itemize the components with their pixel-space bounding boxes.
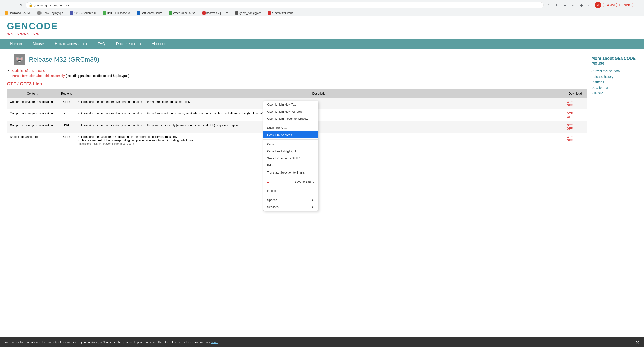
site-navigation: Human Mouse How to access data FAQ Docum… xyxy=(0,39,644,49)
assembly-link[interactable]: More information about this assembly xyxy=(12,74,65,78)
sidebar-title: More about GENCODE Mouse xyxy=(591,56,637,66)
nav-human[interactable]: Human xyxy=(4,39,28,49)
bookmark-geombar[interactable]: geom_bar. ggplot... xyxy=(234,11,265,15)
context-menu-copy-link[interactable]: Copy Link Address xyxy=(264,132,318,138)
col-header-regions: Regions xyxy=(58,90,76,98)
cell-description: • It contains the comprehensive gene ann… xyxy=(76,110,564,121)
gff-download-link[interactable]: GFF xyxy=(567,115,572,118)
nav-how-to-access[interactable]: How to access data xyxy=(50,39,92,49)
bookmark-unequal[interactable]: When Unequal Sa... xyxy=(167,11,199,15)
browser-chrome: ← → ↻ 🔒 gencodegenes.org/mouse/ ☆ ⇓ ▸ m … xyxy=(0,0,644,16)
cell-description: • It contains the comprehensive gene ann… xyxy=(76,98,564,110)
release-header: 🐭 Release M32 (GRCm39) xyxy=(7,49,587,68)
col-header-description: Description xyxy=(76,90,564,98)
update-button[interactable]: Update xyxy=(619,3,633,7)
gff-download-link[interactable]: GFF xyxy=(567,138,572,142)
gff-download-link[interactable]: GFF xyxy=(567,104,572,107)
lock-icon: 🔒 xyxy=(28,3,32,7)
sidebar-item-data-format[interactable]: Data format xyxy=(591,85,637,90)
bullet-links-list: Statistics of this release More informat… xyxy=(12,69,587,78)
bookmark-star-button[interactable]: ☆ xyxy=(545,2,552,8)
extension-puzzle-button[interactable]: ▸ xyxy=(562,2,568,8)
gtf-download-link[interactable]: GTF xyxy=(567,123,572,127)
description-bullet: • xyxy=(78,123,80,127)
gtf-download-link[interactable]: GTF xyxy=(567,135,572,138)
page-content: GENCODE ∿∿∿∿∿∿∿∿∿∿ Human Mouse How to ac… xyxy=(0,16,644,150)
nav-faq[interactable]: FAQ xyxy=(92,39,110,49)
address-bar[interactable]: 🔒 gencodegenes.org/mouse/ xyxy=(26,2,544,8)
gff-download-link[interactable]: GFF xyxy=(567,127,572,130)
cell-description: • It contains the comprehensive gene ann… xyxy=(76,121,564,133)
bookmark-favicon xyxy=(235,12,238,15)
sidebar-links: Current mouse data Release history Stati… xyxy=(591,68,637,96)
bookmark-label: 1.8 - R-squared C... xyxy=(74,12,98,15)
sidebar-item-statistics[interactable]: Statistics xyxy=(591,80,637,85)
cell-content: Comprehensive gene annotation xyxy=(7,110,58,121)
statistics-link[interactable]: Statistics of this release xyxy=(12,69,45,72)
browser-actions: ☆ ⇓ ▸ m ◆ ▭ J Paused Update ⋮ xyxy=(545,2,641,8)
release-title: Release M32 (GRCm39) xyxy=(29,56,99,63)
gtf-download-link[interactable]: GTF xyxy=(567,100,572,104)
bookmark-heatmap[interactable]: heatmap.2 | RDoc... xyxy=(200,11,233,15)
list-item: More information about this assembly (in… xyxy=(12,74,587,78)
bookmark-favicon xyxy=(37,12,40,15)
gtf-download-link[interactable]: GTF xyxy=(567,112,572,115)
sidebar-item-current-mouse[interactable]: Current mouse data xyxy=(591,68,637,74)
bookmark-rsquared[interactable]: 1.8 - R-squared C... xyxy=(68,11,100,15)
bookmark-favicon xyxy=(103,12,106,15)
nav-documentation[interactable]: Documentation xyxy=(110,39,146,49)
bookmark-label: summarizeOverla... xyxy=(272,12,296,15)
cell-regions: ALL xyxy=(58,110,76,121)
profile-button[interactable]: J xyxy=(595,2,601,8)
bookmarks-bar: Download BioCyc... Funny Sayings | s... … xyxy=(0,10,644,16)
cell-regions: CHR xyxy=(58,98,76,110)
cell-regions: CHR xyxy=(58,133,76,148)
nav-about-us[interactable]: About us xyxy=(146,39,172,49)
bookmark-biocyc[interactable]: Download BioCyc... xyxy=(3,11,34,15)
download-button[interactable]: ⇓ xyxy=(554,2,560,8)
bookmark-dmle[interactable]: DMLE+ Disease M... xyxy=(101,11,134,15)
bookmark-softsearch[interactable]: SoftSearch-sourc... xyxy=(135,11,166,15)
extensions-button[interactable]: ◆ xyxy=(578,2,585,8)
url-input[interactable]: gencodegenes.org/mouse/ xyxy=(34,4,540,7)
sidebar-item-ftp-site[interactable]: FTP site xyxy=(591,90,637,96)
menu-button[interactable]: ⋮ xyxy=(635,2,641,8)
bookmark-funny[interactable]: Funny Sayings | s... xyxy=(36,11,67,15)
bookmark-label: Download BioCyc... xyxy=(9,12,33,15)
bookmark-label: SoftSearch-sourc... xyxy=(141,12,164,15)
site-logo-dna: ∿∿∿∿∿∿∿∿∿∿ xyxy=(7,31,637,36)
bookmark-label: DMLE+ Disease M... xyxy=(107,12,132,15)
cell-download: GTF GFF xyxy=(564,121,587,133)
col-header-content: Content xyxy=(7,90,58,98)
cell-description: • It contains the basic gene annotation … xyxy=(76,133,564,148)
reload-button[interactable]: ↻ xyxy=(18,2,24,8)
paused-button[interactable]: Paused xyxy=(603,3,618,7)
sidebar: More about GENCODE Mouse Current mouse d… xyxy=(587,49,637,150)
nav-mouse[interactable]: Mouse xyxy=(28,39,50,49)
context-menu-open-new-window[interactable]: Open Link in New Window xyxy=(264,108,318,115)
logo-area: GENCODE ∿∿∿∿∿∿∿∿∿∿ xyxy=(0,16,644,39)
context-menu-open-incognito[interactable]: Open Link in Incognito Window xyxy=(264,115,318,122)
cell-content: Basic gene annotation xyxy=(7,133,58,148)
forward-button[interactable]: → xyxy=(10,2,16,8)
context-menu-save-link[interactable]: Save Link As... xyxy=(264,124,318,132)
bookmark-summarize[interactable]: summarizeOverla... xyxy=(266,11,297,15)
cell-download: GTF GFF xyxy=(564,133,587,148)
assembly-note: (including patches, scaffolds and haplot… xyxy=(66,74,130,78)
context-menu-open-new-tab[interactable]: Open Link in New Tab xyxy=(264,101,318,108)
sync-icon[interactable]: m xyxy=(570,2,576,8)
fullscreen-button[interactable]: ▭ xyxy=(586,2,593,8)
mouse-animal-icon: 🐭 xyxy=(14,54,25,65)
cell-download: GTF GFF xyxy=(564,110,587,121)
description-bullet: • xyxy=(78,100,80,104)
sidebar-item-release-history[interactable]: Release history xyxy=(591,74,637,80)
back-button[interactable]: ← xyxy=(3,2,9,8)
bookmark-favicon xyxy=(70,12,73,15)
context-menu-copy[interactable]: Copy xyxy=(264,140,318,148)
bookmark-label: heatmap.2 | RDoc... xyxy=(206,12,231,15)
bookmark-favicon xyxy=(169,12,172,15)
description-bullet: • xyxy=(78,135,80,138)
site-logo-text: GENCODE xyxy=(7,21,58,31)
context-menu-copy-highlight[interactable]: Copy Link to Highlight xyxy=(264,148,318,150)
bookmark-label: geom_bar. ggplot... xyxy=(240,12,263,15)
